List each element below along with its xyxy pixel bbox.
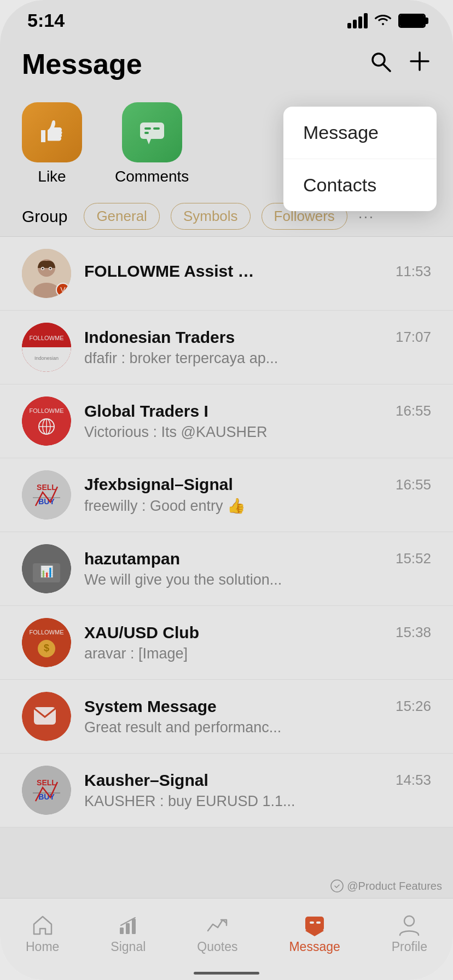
dropdown-item-message[interactable]: Message xyxy=(283,107,437,159)
svg-rect-7 xyxy=(144,132,149,134)
home-icon xyxy=(31,913,54,936)
nav-signal[interactable]: Signal xyxy=(111,913,146,954)
nav-message-label: Message xyxy=(289,940,340,954)
conversation-name: Global Traders I xyxy=(84,402,208,421)
conversation-time: 16:55 xyxy=(396,476,431,493)
nav-signal-label: Signal xyxy=(111,940,146,954)
conversation-name: Jfexbsignal–Signal xyxy=(84,475,233,494)
conversation-content: Kausher–Signal 14:53 KAUSHER : buy EURUS… xyxy=(84,771,431,810)
list-item[interactable]: V FOLLOWME Assist Customer Service 11:53 xyxy=(0,237,453,311)
thumbs-up-icon xyxy=(36,116,68,149)
svg-rect-46 xyxy=(132,919,136,934)
search-icon[interactable] xyxy=(369,50,392,78)
nav-home-label: Home xyxy=(26,940,59,954)
nav-profile[interactable]: Profile xyxy=(392,913,427,954)
dropdown-menu: Message Contacts xyxy=(283,107,437,211)
wifi-icon xyxy=(374,11,392,30)
comments-label: Comments xyxy=(115,168,189,185)
status-bar: 5:14 xyxy=(0,0,453,37)
conversation-content: FOLLOWME Assist Customer Service 11:53 xyxy=(84,262,431,285)
conversation-preview: We will give you the solution... xyxy=(84,571,431,588)
svg-text:Indonesian: Indonesian xyxy=(34,355,59,361)
svg-text:FOLLOWME: FOLLOWME xyxy=(30,629,64,635)
conversation-list: V FOLLOWME Assist Customer Service 11:53 xyxy=(0,237,453,827)
svg-text:FOLLOWME: FOLLOWME xyxy=(30,335,64,341)
signal-icon xyxy=(117,913,140,936)
conversation-preview: dfafir : broker terpercaya ap... xyxy=(84,350,431,367)
svg-text:📊: 📊 xyxy=(40,565,54,578)
list-item[interactable]: SELL BUY Kausher–Signal 14:53 KAUSHER : … xyxy=(0,754,453,827)
quotes-icon xyxy=(206,913,229,936)
conversation-time: 15:52 xyxy=(396,550,431,567)
list-item[interactable]: SELL BUY Jfexbsignal–Signal 16:55 freewi… xyxy=(0,458,453,532)
page-title: Message xyxy=(22,48,142,80)
conversation-name: Kausher–Signal xyxy=(84,771,208,790)
avatar: FOLLOWME Indonesian xyxy=(22,323,71,372)
avatar: V xyxy=(22,249,71,298)
conversation-time: 16:55 xyxy=(396,402,431,419)
svg-text:FOLLOWME: FOLLOWME xyxy=(30,407,64,414)
svg-rect-5 xyxy=(144,127,151,130)
svg-point-43 xyxy=(331,880,343,892)
avatar xyxy=(22,692,71,741)
conversation-preview: KAUSHER : buy EURUSD 1.1... xyxy=(84,793,431,810)
svg-point-27 xyxy=(22,470,71,520)
profile-icon xyxy=(398,913,421,936)
header: Message xyxy=(0,37,453,91)
status-time: 5:14 xyxy=(27,10,65,31)
svg-rect-49 xyxy=(310,921,314,924)
list-item[interactable]: 📊 hazutampan 15:52 We will give you the … xyxy=(0,532,453,606)
svg-line-1 xyxy=(384,65,390,71)
quick-action-comments[interactable]: Comments xyxy=(115,102,189,185)
list-item[interactable]: FOLLOWME Indonesian Indonesian Traders 1… xyxy=(0,311,453,384)
header-actions xyxy=(369,50,431,78)
nav-quotes-label: Quotes xyxy=(197,940,237,954)
svg-text:$: $ xyxy=(44,643,49,654)
svg-point-14 xyxy=(42,268,44,270)
dropdown-item-contacts[interactable]: Contacts xyxy=(283,159,437,211)
phone-frame: 5:14 Message xyxy=(0,0,453,980)
conversation-preview: Victorious : Its @KAUSHER xyxy=(84,424,431,441)
avatar: FOLLOWME $ xyxy=(22,618,71,667)
conversation-preview: freewilly : Good entry 👍 xyxy=(84,497,431,515)
svg-rect-44 xyxy=(120,928,124,934)
comments-icon xyxy=(136,116,169,149)
conversation-content: Global Traders I 16:55 Victorious : Its … xyxy=(84,402,431,441)
add-icon[interactable] xyxy=(408,50,431,78)
conversation-preview: aravar : [Image] xyxy=(84,645,431,662)
filter-symbols[interactable]: Symbols xyxy=(171,203,251,230)
nav-home[interactable]: Home xyxy=(26,913,59,954)
verified-badge-icon: V xyxy=(56,283,70,297)
quick-action-like[interactable]: Like xyxy=(22,102,82,185)
conversation-content: System Message 15:26 Great result and pe… xyxy=(84,697,431,736)
conversation-time: 15:38 xyxy=(396,624,431,641)
avatar: SELL BUY xyxy=(22,766,71,815)
svg-point-51 xyxy=(404,916,414,926)
svg-rect-6 xyxy=(153,127,160,130)
svg-rect-45 xyxy=(126,923,130,934)
conversation-content: XAU/USD Club 15:38 aravar : [Image] xyxy=(84,623,431,662)
conversation-preview: Great result and performanc... xyxy=(84,719,431,736)
nav-profile-label: Profile xyxy=(392,940,427,954)
nav-quotes[interactable]: Quotes xyxy=(197,913,237,954)
svg-text:SELL: SELL xyxy=(37,778,56,787)
list-item[interactable]: System Message 15:26 Great result and pe… xyxy=(0,680,453,754)
list-item[interactable]: FOLLOWME Global Traders I 16:55 Victorio… xyxy=(0,384,453,458)
conversation-name: XAU/USD Club xyxy=(84,623,199,642)
conversation-time: 15:26 xyxy=(396,698,431,715)
home-indicator xyxy=(194,972,259,975)
conversation-time: 17:07 xyxy=(396,329,431,346)
conversation-content: Jfexbsignal–Signal 16:55 freewilly : Goo… xyxy=(84,475,431,515)
bottom-nav: Home Signal Quotes xyxy=(0,898,453,980)
group-label: Group xyxy=(22,207,67,226)
svg-rect-50 xyxy=(316,921,321,924)
nav-message[interactable]: Message xyxy=(289,913,340,954)
customer-service-badge: Customer Service xyxy=(243,263,347,282)
list-item[interactable]: FOLLOWME $ XAU/USD Club 15:38 aravar : [… xyxy=(0,606,453,680)
conversation-name: hazutampan xyxy=(84,550,180,568)
filter-general[interactable]: General xyxy=(84,203,160,230)
svg-point-0 xyxy=(373,54,385,66)
conversation-content: hazutampan 15:52 We will give you the so… xyxy=(84,550,431,588)
conversation-time: 14:53 xyxy=(396,772,431,789)
conversation-time: 11:53 xyxy=(396,263,431,280)
